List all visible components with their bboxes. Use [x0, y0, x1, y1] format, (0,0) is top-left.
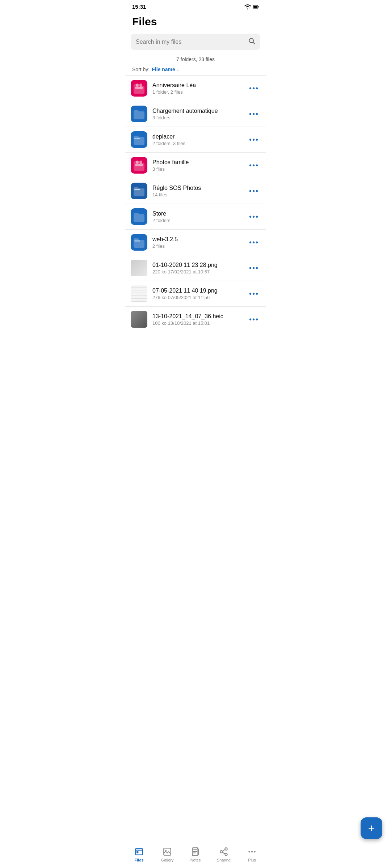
svg-point-9	[139, 86, 143, 89]
svg-line-32	[222, 852, 225, 854]
folder-icon	[131, 80, 147, 97]
nav-files[interactable]: Files	[125, 847, 153, 862]
svg-point-34	[251, 851, 253, 852]
file-name: Chargement automatique	[152, 108, 248, 114]
file-meta: 100 ko 13/10/2021 at 15:01	[152, 320, 248, 326]
nav-notes-label: Notes	[190, 858, 201, 862]
file-meta: 276 ko 07/05/2021 at 11:56	[152, 295, 248, 300]
svg-rect-12	[134, 138, 140, 139]
gallery-nav-icon	[163, 847, 172, 856]
list-item[interactable]: 13-10-2021_14_07_36.heic 100 ko 13/10/20…	[125, 306, 266, 332]
file-info: 01-10-2020 11 23 28.png 220 ko 17/02/202…	[152, 262, 248, 275]
file-name: Photos famille	[152, 159, 248, 166]
sort-value[interactable]: File name ↓	[152, 67, 179, 72]
status-time: 15:31	[132, 4, 146, 10]
svg-rect-1	[258, 6, 259, 7]
file-list: Anniversaire Léa 1 folder, 2 files ••• C…	[125, 75, 266, 332]
svg-point-17	[139, 163, 143, 166]
file-name: 13-10-2021_14_07_36.heic	[152, 313, 248, 320]
list-item[interactable]: Chargement automatique 3 folders •••	[125, 101, 266, 127]
file-name: 07-05-2021 11 40 19.png	[152, 288, 248, 294]
list-item[interactable]: Photos famille 3 files •••	[125, 152, 266, 178]
list-item[interactable]: deplacer 2 folders, 3 files •••	[125, 127, 266, 152]
search-input[interactable]	[136, 39, 248, 45]
file-info: 07-05-2021 11 40 19.png 276 ko 07/05/202…	[152, 288, 248, 300]
svg-point-28	[225, 848, 227, 850]
nav-files-label: Files	[134, 858, 143, 862]
sort-label: Sort by:	[132, 67, 150, 72]
file-info: 13-10-2021_14_07_36.heic 100 ko 13/10/20…	[152, 313, 248, 326]
battery-icon	[253, 5, 259, 9]
svg-point-26	[165, 850, 167, 851]
svg-rect-24	[136, 851, 138, 853]
file-thumbnail	[131, 285, 147, 302]
nav-sharing-label: Sharing	[217, 858, 231, 862]
sort-row[interactable]: Sort by: File name ↓	[125, 64, 266, 75]
svg-rect-27	[192, 848, 198, 856]
more-options-button[interactable]: •••	[248, 82, 260, 95]
files-nav-icon	[134, 847, 144, 856]
nav-gallery[interactable]: Gallery	[153, 847, 181, 862]
status-bar: 15:31	[125, 0, 266, 12]
more-options-button[interactable]: •••	[248, 159, 260, 172]
more-options-button[interactable]: •••	[248, 262, 260, 275]
more-options-button[interactable]: •••	[248, 288, 260, 300]
file-info: Photos famille 3 files	[152, 159, 248, 172]
list-item[interactable]: 01-10-2020 11 23 28.png 220 ko 17/02/202…	[125, 255, 266, 281]
nav-notes[interactable]: Notes	[181, 847, 210, 862]
sort-direction-icon: ↓	[177, 67, 179, 72]
file-meta: 2 files	[152, 243, 248, 249]
svg-rect-22	[134, 241, 140, 242]
svg-point-6	[136, 84, 139, 86]
folder-icon	[131, 208, 147, 225]
more-options-button[interactable]: •••	[248, 133, 260, 146]
wifi-icon	[244, 4, 251, 9]
list-item[interactable]: Store 2 folders •••	[125, 204, 266, 229]
file-info: Anniversaire Léa 1 folder, 2 files	[152, 82, 248, 95]
file-thumbnail	[131, 260, 147, 276]
file-meta: 14 files	[152, 192, 248, 197]
svg-point-33	[248, 851, 250, 852]
file-meta: 2 folders, 3 files	[152, 141, 248, 146]
search-icon	[248, 37, 255, 46]
file-name: Anniversaire Léa	[152, 82, 248, 89]
svg-point-35	[254, 851, 255, 852]
page-header: Files	[125, 12, 266, 34]
svg-point-15	[139, 161, 142, 163]
more-options-button[interactable]: •••	[248, 210, 260, 223]
file-meta: 3 files	[152, 166, 248, 172]
file-thumbnail	[131, 311, 147, 328]
file-info: Réglo SOS Photos 14 files	[152, 185, 248, 197]
nav-plus[interactable]: Plus	[238, 847, 266, 862]
bottom-nav: Files Gallery Notes Sharing	[125, 844, 266, 868]
file-info: Chargement automatique 3 folders	[152, 108, 248, 120]
file-name: Store	[152, 210, 248, 217]
list-item[interactable]: web-3.2.5 2 files •••	[125, 229, 266, 255]
file-name: 01-10-2020 11 23 28.png	[152, 262, 248, 268]
search-bar[interactable]	[131, 34, 260, 50]
svg-point-30	[225, 853, 227, 856]
list-item[interactable]: Réglo SOS Photos 14 files •••	[125, 178, 266, 204]
file-meta: 1 folder, 2 files	[152, 89, 248, 95]
svg-point-7	[139, 84, 142, 86]
file-info: Store 2 folders	[152, 210, 248, 223]
more-options-button[interactable]: •••	[248, 313, 260, 326]
page-title: Files	[132, 16, 259, 28]
more-options-button[interactable]: •••	[248, 236, 260, 249]
list-item[interactable]: 07-05-2021 11 40 19.png 276 ko 07/05/202…	[125, 281, 266, 306]
svg-point-29	[220, 851, 223, 853]
file-info: deplacer 2 folders, 3 files	[152, 133, 248, 146]
nav-sharing[interactable]: Sharing	[210, 847, 238, 862]
more-nav-icon	[247, 847, 257, 856]
sharing-nav-icon	[219, 847, 228, 856]
file-name: Réglo SOS Photos	[152, 185, 248, 191]
svg-rect-25	[164, 848, 171, 855]
more-options-button[interactable]: •••	[248, 185, 260, 197]
svg-line-31	[222, 850, 225, 851]
file-meta: 220 ko 17/02/2021 at 10:57	[152, 269, 248, 275]
more-options-button[interactable]: •••	[248, 108, 260, 120]
svg-rect-2	[253, 6, 257, 8]
file-meta: 2 folders	[152, 218, 248, 223]
list-item[interactable]: Anniversaire Léa 1 folder, 2 files •••	[125, 75, 266, 101]
notes-nav-icon	[191, 847, 200, 856]
